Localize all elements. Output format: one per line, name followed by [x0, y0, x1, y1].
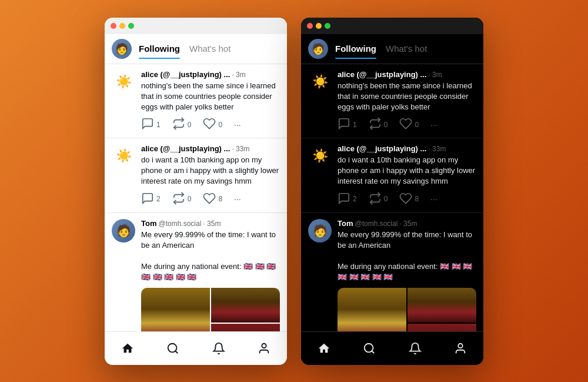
light-window: 🧑 Following What's hot ☀️ alice (@__just… — [105, 18, 287, 365]
tweet-2-name-light: alice (@__justplaying) ... — [141, 144, 230, 153]
more-action-2-dark[interactable]: ··· — [430, 194, 437, 204]
close-button-dark[interactable] — [307, 23, 313, 29]
retweet-icon-2-dark — [369, 192, 382, 207]
user-avatar-light[interactable]: 🧑 — [112, 39, 132, 59]
search-nav-light[interactable] — [162, 338, 183, 359]
profile-nav-light[interactable] — [253, 338, 275, 359]
traffic-lights-dark — [307, 23, 330, 29]
bottom-nav-light — [105, 331, 287, 365]
tweet-3-images-light — [141, 288, 280, 331]
like-action-2-dark[interactable]: 8 — [399, 192, 419, 207]
maximize-button-dark[interactable] — [325, 23, 330, 29]
like-action-2-light[interactable]: 8 — [203, 192, 222, 207]
tweet-1-dark: ☀️ alice (@__justplaying) ... · 3m nothi… — [301, 64, 483, 139]
app-content-dark: 🧑 Following What's hot ☀️ alice (@__just… — [301, 34, 483, 365]
like-count-2-light: 8 — [218, 195, 222, 203]
reply-action-1-dark[interactable]: 1 — [338, 117, 357, 132]
reply-action-2-light[interactable]: 2 — [141, 192, 161, 207]
retweet-action-1-dark[interactable]: 0 — [369, 117, 388, 132]
like-icon-2-light — [203, 192, 216, 207]
tweet-2-time-light: · 33m — [232, 145, 249, 153]
tweet-3-handle-light: @tomh.social — [158, 220, 201, 228]
retweet-icon-2-light — [172, 192, 185, 207]
tweet-3-images-dark — [338, 288, 476, 331]
tweet-1-avatar-dark: ☀️ — [308, 70, 332, 94]
feed-light: ☀️ alice (@__justplaying) ... · 3m nothi… — [105, 64, 287, 331]
search-nav-dark[interactable] — [359, 338, 380, 359]
title-bar-dark — [301, 18, 483, 34]
tweet-1-actions-light: 1 0 0 — [141, 117, 280, 132]
reply-count-2-light: 2 — [156, 195, 161, 203]
maximize-button[interactable] — [128, 23, 134, 29]
tab-following-dark[interactable]: Following — [335, 41, 376, 56]
tab-following-light[interactable]: Following — [139, 41, 180, 56]
more-action-2-light[interactable]: ··· — [234, 194, 241, 204]
minimize-button-dark[interactable] — [316, 23, 322, 29]
tweet-3-light: 🧑 Tom @tomh.social · 35m Me every 99.999… — [105, 213, 287, 331]
tweet-image-br-dark — [407, 324, 476, 331]
tweet-3-body-dark: Tom @tomh.social · 35m Me every 99.999% … — [338, 219, 476, 331]
tweet-3-handle-dark: @tomh.social — [355, 220, 397, 228]
more-action-1-light[interactable]: ··· — [234, 120, 241, 129]
retweet-count-2-light: 0 — [188, 195, 192, 203]
nav-tabs-light: Following What's hot — [139, 41, 230, 56]
tweet-image-tr-light — [211, 288, 280, 323]
tweet-2-light: ☀️ alice (@__justplaying) ... · 33m do i… — [105, 138, 287, 213]
tweet-3-avatar-light: 🧑 — [112, 219, 135, 243]
retweet-action-2-dark[interactable]: 0 — [369, 192, 388, 207]
tweet-1-header-light: alice (@__justplaying) ... · 3m — [141, 70, 280, 79]
tweet-3-text-dark: Me every 99.999% of the time: I want to … — [338, 230, 476, 283]
tweet-1-name-light: alice (@__justplaying) ... — [141, 70, 230, 79]
minimize-button[interactable] — [119, 23, 125, 29]
bell-nav-dark[interactable] — [405, 338, 426, 359]
retweet-action-2-light[interactable]: 0 — [172, 192, 192, 207]
tweet-3-body-light: Tom @tomh.social · 35m Me every 99.999% … — [141, 219, 280, 331]
app-content-light: 🧑 Following What's hot ☀️ alice (@__just… — [105, 34, 287, 365]
reply-icon-1-dark — [338, 117, 350, 132]
tweet-2-avatar-light: ☀️ — [112, 144, 135, 168]
app-header-light: 🧑 Following What's hot — [105, 34, 287, 64]
tweet-3-avatar-dark: 🧑 — [308, 219, 332, 243]
svg-point-0 — [168, 343, 177, 352]
like-count-1-dark: 0 — [415, 121, 419, 129]
like-count-2-dark: 8 — [415, 195, 419, 203]
like-action-1-dark[interactable]: 0 — [399, 117, 419, 132]
retweet-icon-1-dark — [369, 117, 382, 132]
retweet-action-light[interactable]: 0 — [172, 117, 192, 132]
home-nav-light[interactable] — [117, 338, 138, 359]
svg-point-2 — [365, 343, 373, 352]
nav-tabs-dark: Following What's hot — [335, 41, 427, 56]
home-nav-dark[interactable] — [313, 338, 335, 359]
like-icon-1-dark — [399, 117, 412, 132]
tweet-3-time-dark: · 35m — [399, 220, 417, 228]
tweet-3-name-light: Tom — [141, 219, 156, 228]
reply-action-light[interactable]: 1 — [141, 117, 161, 132]
reply-count-1-dark: 1 — [353, 121, 357, 129]
profile-nav-dark[interactable] — [450, 338, 471, 359]
tweet-2-header-dark: alice (@__justplaying) ... · 33m — [338, 144, 476, 153]
tweet-1-body-light: alice (@__justplaying) ... · 3m nothing'… — [141, 70, 280, 132]
retweet-icon-light — [172, 117, 185, 132]
reply-action-2-dark[interactable]: 2 — [338, 192, 357, 207]
more-action-1-dark[interactable]: ··· — [430, 120, 437, 129]
tab-whats-hot-light[interactable]: What's hot — [189, 41, 230, 56]
tweet-3-text-light: Me every 99.999% of the time: I want to … — [141, 230, 280, 283]
bell-nav-light[interactable] — [208, 338, 229, 359]
user-avatar-dark[interactable]: 🧑 — [308, 39, 328, 59]
tweet-1-avatar-light: ☀️ — [112, 70, 135, 94]
tweet-1-name-dark: alice (@__justplaying) ... — [338, 70, 426, 79]
tweet-2-header-light: alice (@__justplaying) ... · 33m — [141, 144, 280, 153]
tweet-2-text-dark: do i want a 10th banking app on my phone… — [338, 155, 476, 187]
tab-whats-hot-dark[interactable]: What's hot — [386, 41, 427, 56]
like-action-light[interactable]: 0 — [203, 117, 222, 132]
tweet-image-br-light — [211, 324, 280, 331]
traffic-lights-light — [111, 23, 134, 29]
close-button[interactable] — [111, 23, 116, 29]
retweet-count-1-light: 0 — [188, 121, 192, 129]
tweet-3-name-dark: Tom — [338, 219, 353, 228]
tweet-3-dark: 🧑 Tom @tomh.social · 35m Me every 99.999… — [301, 213, 483, 331]
tweet-2-actions-light: 2 0 8 — [141, 192, 280, 207]
reply-icon-2-dark — [338, 192, 350, 207]
app-header-dark: 🧑 Following What's hot — [301, 34, 483, 64]
retweet-count-1-dark: 0 — [384, 121, 388, 129]
